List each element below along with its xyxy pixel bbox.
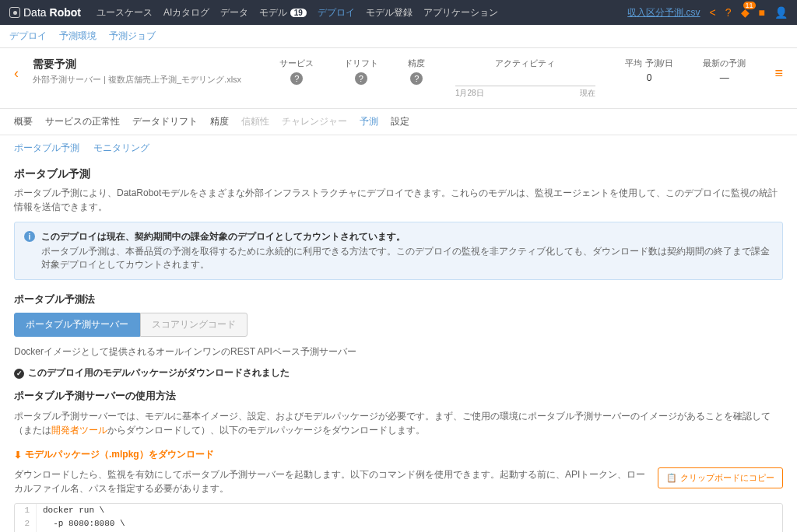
top-right: 収入区分予測.csv < ? ◆ ■ 👤 [627,6,788,19]
nav-usecase[interactable]: ユースケース [97,6,153,19]
alert-title: このデプロイは現在、契約期間中の課金対象のデプロイとしてカウントされています。 [41,230,773,243]
logo[interactable]: DataRobot [9,6,81,19]
stat-avg-label: 平均 予測/日 [625,58,672,69]
stat-service-label: サービス [279,58,314,69]
stat-latest-value: — [703,72,746,83]
main-nav: ユースケース AIカタログ データ モデル 19 デプロイ モデル登録 アプリケ… [97,6,498,19]
stat-avg-value: 0 [625,72,672,83]
deployment-tabs: 概要 サービスの正常性 データドリフト 精度 信頼性 チャレンジャー 予測 設定 [0,109,797,135]
billing-alert: i このデプロイは現在、契約期間中の課金対象のデプロイとしてカウントされています… [14,222,783,280]
stat-activity-label: アクティビティ [455,58,595,69]
model-count-badge: 19 [290,9,307,17]
tab-overview[interactable]: 概要 [14,115,33,128]
nav-data[interactable]: データ [220,6,248,19]
download-icon: ⬇ [14,450,22,460]
subnav-deploy[interactable]: デプロイ [9,30,47,43]
unknown-icon: ? [410,72,423,85]
share-icon[interactable]: < [710,6,716,19]
stat-accuracy-label: 精度 [408,58,425,69]
page-intro: ポータブル予測により、DataRobotモデルをさまざまな外部インフラストラクチ… [14,186,783,214]
activity-chart [455,72,595,86]
deployment-subtitle: 外部予測サーバー | 複数店舗売上予測_モデリング.xlsx [33,74,251,86]
tab-service[interactable]: サービスの正常性 [45,115,120,128]
nav-app[interactable]: アプリケーション [423,6,498,19]
menu-icon[interactable]: ≡ [774,65,783,82]
cmd-desc: ダウンロードしたら、監視を有効にしてポータブル予測サーバーを起動します。以下のコ… [14,467,650,495]
copy-button[interactable]: 📋クリップボードにコピー [658,467,783,488]
page-title: ポータブル予測 [14,167,783,181]
top-nav: DataRobot ユースケース AIカタログ データ モデル 19 デプロイ … [0,0,797,25]
nav-deploy[interactable]: デプロイ [318,6,355,19]
subtab-portable[interactable]: ポータブル予測 [14,142,79,155]
code-line: 2 -p 8080:8080 \ [15,517,782,530]
subtab-monitoring[interactable]: モニタリング [93,142,149,155]
tab-predict[interactable]: 予測 [360,115,378,128]
logo-icon [9,7,20,18]
btn-scoring-code[interactable]: スコアリングコード [140,313,248,337]
download-mlpkg-link[interactable]: ⬇モデルパッケージ（.mlpkg）をダウンロード [14,448,214,461]
tab-accuracy[interactable]: 精度 [210,115,229,128]
folder-icon[interactable]: ■ [759,6,765,19]
predict-subtabs: ポータブル予測 モニタリング [0,135,797,161]
method-title: ポータブル予測法 [14,292,783,306]
downloaded-status: このデプロイ用のモデルパッケージがダウンロードされました [14,366,783,380]
subnav-env[interactable]: 予測環境 [59,30,97,43]
user-icon[interactable]: 👤 [774,6,788,19]
main-content: ポータブル予測 ポータブル予測により、DataRobotモデルをさまざまな外部イ… [0,161,797,532]
tab-challenger: チャレンジャー [282,115,347,128]
code-block: 1docker run \2 -p 8080:8080 \3 -v <local… [14,503,783,532]
nav-register[interactable]: モデル登録 [366,6,413,19]
notification-icon[interactable]: ◆ [741,6,750,19]
unknown-icon: ? [290,72,303,85]
tab-settings[interactable]: 設定 [391,115,409,128]
deployment-header: ‹ 需要予測 外部予測サーバー | 複数店舗売上予測_モデリング.xlsx サー… [0,48,797,109]
stat-drift-label: ドリフト [344,58,378,69]
tab-reliability: 信頼性 [241,115,269,128]
alert-desc: ポータブル予測は、本番品質の予測を取得するために永続的に利用できる方法です。この… [41,245,773,271]
method-toggle: ポータブル予測サーバー スコアリングコード [14,313,783,337]
file-link[interactable]: 収入区分予測.csv [627,6,700,19]
nav-catalog[interactable]: AIカタログ [163,6,209,19]
back-icon[interactable]: ‹ [14,65,19,82]
sub-nav: デプロイ 予測環境 予測ジョブ [0,25,797,48]
dev-tool-link[interactable]: 開発者ツール [51,425,107,436]
info-icon: i [24,231,35,242]
deployment-title: 需要予測 [33,58,251,72]
code-line: 1docker run \ [15,504,782,517]
docker-desc: Dockerイメージとして提供されるオールインワンのREST APIベース予測サ… [14,345,783,359]
nav-model[interactable]: モデル 19 [259,6,306,19]
subnav-jobs[interactable]: 予測ジョブ [109,30,156,43]
usage-desc: ポータブル予測サーバーでは、モデルに基本イメージ、設定、およびモデルパッケージが… [14,409,783,437]
stat-latest-label: 最新の予測 [703,58,746,69]
clipboard-icon: 📋 [666,473,677,483]
usage-title: ポータブル予測サーバーの使用方法 [14,389,783,403]
tab-drift[interactable]: データドリフト [132,115,198,128]
unknown-icon: ? [355,72,367,85]
btn-portable-server[interactable]: ポータブル予測サーバー [14,313,140,337]
help-icon[interactable]: ? [725,6,732,19]
